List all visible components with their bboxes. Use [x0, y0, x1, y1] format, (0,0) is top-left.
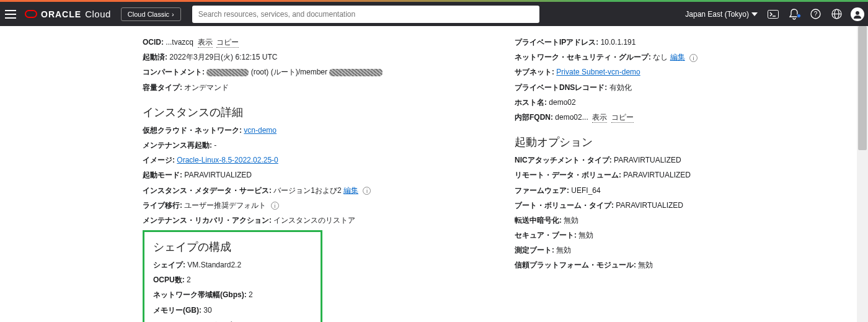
- top-navbar: ORACLE Cloud Cloud Classic › Japan East …: [0, 0, 868, 26]
- memory-row: メモリー(GB): 30: [153, 305, 312, 316]
- right-column: プライベートIPアドレス: 10.0.1.191 ネットワーク・セキュリティ・グ…: [515, 34, 849, 322]
- notifications-icon[interactable]: [784, 9, 805, 20]
- redacted-text: [329, 69, 383, 76]
- svg-rect-2: [5, 17, 16, 19]
- region-selector[interactable]: Japan East (Tokyo): [680, 10, 763, 19]
- fqdn-label: 内部FQDN:: [515, 113, 553, 122]
- measured-boot-value: 無効: [556, 246, 571, 254]
- imds-edit-link[interactable]: 編集: [343, 186, 358, 195]
- svg-rect-3: [25, 11, 37, 17]
- hostname-value: demo02: [549, 98, 575, 107]
- dns-row: プライベートDNSレコード: 有効化: [515, 82, 849, 94]
- subnet-link[interactable]: Private Subnet-vcn-demo: [556, 68, 640, 76]
- private-ip-row: プライベートIPアドレス: 10.0.1.191: [515, 37, 849, 48]
- launch-mode-value: PARAVIRTUALIZED: [184, 171, 252, 179]
- subnet-label: サブネット:: [515, 68, 554, 76]
- recovery-row: メンテナンス・リカバリ・アクション: インスタンスのリストア: [143, 215, 477, 226]
- oracle-cloud-logo[interactable]: ORACLE Cloud: [25, 9, 111, 19]
- bvt-label: ブート・ボリューム・タイプ:: [515, 201, 614, 210]
- help-icon[interactable]: ?: [805, 9, 826, 19]
- compartment-root: (root) (ルート)/member: [251, 68, 327, 76]
- redacted-text: [206, 69, 249, 76]
- shape-heading: シェイプの構成: [153, 239, 312, 254]
- firmware-label: ファームウェア:: [515, 186, 569, 195]
- scrollbar-track[interactable]: [857, 26, 868, 322]
- bvt-value: PARAVIRTUALIZED: [616, 201, 683, 210]
- memory-value: 30: [203, 306, 211, 315]
- nic-row: NICアタッチメント・タイプ: PARAVIRTUALIZED: [515, 154, 849, 166]
- image-link[interactable]: Oracle-Linux-8.5-2022.02.25-0: [177, 156, 278, 164]
- started-value: 2022年3月29日(火) 6:12:15 UTC: [169, 53, 277, 61]
- dns-value: 有効化: [609, 83, 632, 92]
- cloud-shell-icon[interactable]: [763, 10, 784, 19]
- brand-sub: Cloud: [85, 9, 111, 19]
- rdv-value: PARAVIRTUALIZED: [623, 171, 691, 179]
- capacity-row: 容量タイプ: オンデマンド: [143, 82, 477, 94]
- maint-reboot-value: -: [214, 141, 216, 150]
- ocid-row: OCID: ...tvazcq 表示 コピー: [143, 37, 477, 48]
- vcn-row: 仮想クラウド・ネットワーク: vcn-demo: [143, 125, 477, 136]
- shape-value: VM.Standard2.2: [187, 261, 241, 269]
- svg-rect-1: [5, 14, 16, 15]
- imds-row: インスタンス・メタデータ・サービス: バージョン1および2 編集 i: [143, 185, 477, 197]
- image-row: イメージ: Oracle-Linux-8.5-2022.02.25-0: [143, 154, 477, 166]
- fqdn-value: demo02...: [555, 113, 588, 122]
- scrollbar-thumb[interactable]: [858, 26, 867, 150]
- launch-mode-label: 起動モード:: [143, 171, 182, 179]
- hostname-row: ホスト名: demo02: [515, 97, 849, 109]
- info-icon[interactable]: i: [363, 187, 371, 195]
- global-search: [192, 6, 539, 23]
- secure-boot-row: セキュア・ブート: 無効: [515, 230, 849, 241]
- svg-point-11: [856, 11, 859, 15]
- recovery-value: インスタンスのリストア: [273, 216, 355, 225]
- bandwidth-label: ネットワーク帯域幅(Gbps):: [153, 290, 247, 299]
- instance-details-heading: インスタンスの詳細: [143, 105, 477, 120]
- info-icon[interactable]: i: [689, 54, 698, 62]
- ocpu-value: 2: [187, 275, 191, 284]
- region-label: Japan East (Tokyo): [685, 10, 749, 19]
- maint-reboot-label: メンテナンス再起動:: [143, 141, 212, 150]
- in-transit-encryption-row: 転送中暗号化: 無効: [515, 215, 849, 226]
- boot-volume-type-row: ブート・ボリューム・タイプ: PARAVIRTUALIZED: [515, 200, 849, 212]
- ocid-copy-link[interactable]: コピー: [216, 38, 239, 48]
- left-column: OCID: ...tvazcq 表示 コピー 起動済: 2022年3月29日(火…: [143, 34, 477, 322]
- instance-details-content: OCID: ...tvazcq 表示 コピー 起動済: 2022年3月29日(火…: [0, 26, 868, 322]
- dns-label: プライベートDNSレコード:: [515, 83, 607, 92]
- subnet-row: サブネット: Private Subnet-vcn-demo: [515, 66, 849, 78]
- ite-value: 無効: [564, 216, 578, 225]
- tpm-row: 信頼プラットフォーム・モジュール: 無効: [515, 259, 849, 271]
- nic-label: NICアタッチメント・タイプ:: [515, 156, 612, 164]
- fqdn-row: 内部FQDN: demo02... 表示 コピー: [515, 112, 849, 123]
- nsg-label: ネットワーク・セキュリティ・グループ:: [515, 53, 651, 61]
- fqdn-show-link[interactable]: 表示: [592, 113, 607, 123]
- tpm-value: 無効: [638, 261, 653, 269]
- imds-value: バージョン1および2: [273, 186, 341, 195]
- firmware-value: UEFI_64: [571, 186, 600, 195]
- recovery-label: メンテナンス・リカバリ・アクション:: [143, 216, 272, 225]
- ocid-show-link[interactable]: 表示: [198, 38, 213, 48]
- secure-boot-value: 無効: [578, 231, 593, 239]
- hostname-label: ホスト名:: [515, 98, 547, 107]
- tpm-label: 信頼プラットフォーム・モジュール:: [515, 261, 636, 269]
- search-input[interactable]: [192, 6, 539, 23]
- live-migration-row: ライブ移行: ユーザー推奨デフォルト i: [143, 200, 477, 212]
- secure-boot-label: セキュア・ブート:: [515, 231, 577, 239]
- nsg-edit-link[interactable]: 編集: [670, 53, 685, 61]
- profile-avatar[interactable]: [847, 7, 868, 21]
- firmware-row: ファームウェア: UEFI_64: [515, 185, 849, 197]
- shape-config-box: シェイプの構成 シェイプ: VM.Standard2.2 OCPU数: 2 ネッ…: [143, 230, 322, 322]
- shape-row: シェイプ: VM.Standard2.2: [153, 259, 312, 271]
- hamburger-menu-icon[interactable]: [0, 10, 21, 19]
- fqdn-copy-link[interactable]: コピー: [611, 113, 634, 123]
- compartment-label: コンパートメント:: [143, 68, 205, 76]
- memory-label: メモリー(GB):: [153, 306, 202, 315]
- cloud-classic-button[interactable]: Cloud Classic ›: [121, 7, 181, 21]
- chevron-right-icon: ›: [172, 11, 174, 18]
- svg-rect-4: [768, 10, 779, 18]
- measured-boot-row: 測定ブート: 無効: [515, 244, 849, 256]
- ocpu-label: OCPU数:: [153, 275, 185, 284]
- info-icon[interactable]: i: [271, 202, 279, 210]
- language-icon[interactable]: [826, 9, 847, 19]
- shape-label: シェイプ:: [153, 261, 185, 269]
- vcn-link[interactable]: vcn-demo: [244, 126, 277, 135]
